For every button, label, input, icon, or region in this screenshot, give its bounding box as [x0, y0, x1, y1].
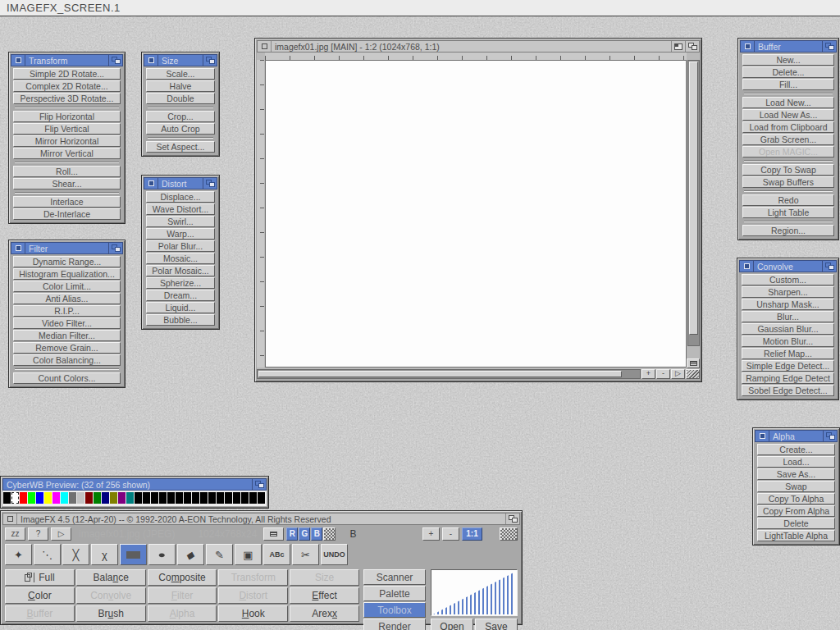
dream-button[interactable]: Dream... — [146, 290, 215, 301]
vertical-scroll-thumb[interactable] — [689, 62, 698, 335]
color-swatch[interactable] — [225, 492, 232, 504]
color-swatch[interactable] — [36, 492, 43, 504]
flip-horizontal-button[interactable]: Flip Horizontal — [13, 111, 121, 122]
redo-button[interactable]: Redo — [742, 194, 834, 206]
sobel-edge-detect-button[interactable]: Sobel Edge Detect... — [742, 385, 834, 396]
horizontal-scrollbar[interactable] — [257, 369, 641, 379]
box-tool-button[interactable] — [120, 544, 147, 565]
ramping-edge-detect-button[interactable]: Ramping Edge Detect — [742, 372, 834, 384]
convolve-titlebar[interactable]: Convolve — [739, 260, 837, 272]
zoom-in-gadget[interactable]: + — [641, 369, 655, 379]
horizontal-scroll-thumb[interactable] — [258, 371, 622, 377]
screen-titlebar[interactable]: IMAGEFX_SCREEN.1 — [0, 0, 840, 16]
palette-pattern-button[interactable] — [500, 527, 518, 541]
roll-button[interactable]: Roll... — [13, 166, 121, 177]
color-swatch[interactable] — [102, 492, 109, 504]
close-gadget-icon[interactable] — [3, 514, 17, 524]
count-colors-button[interactable]: Count Colors... — [13, 372, 121, 384]
delete-alpha-button[interactable]: Delete — [757, 518, 835, 529]
dot-tool-button[interactable]: ✦ — [5, 544, 32, 565]
motion-blur-button[interactable]: Motion Blur... — [742, 336, 834, 347]
resize-gadget-icon[interactable] — [686, 369, 700, 379]
video-filter-button[interactable]: Video Filter... — [13, 317, 121, 329]
warp-button[interactable]: Warp... — [146, 228, 215, 240]
screen-mode-gadget[interactable] — [687, 358, 700, 368]
color-swatch[interactable] — [126, 492, 134, 504]
halve-button[interactable]: Halve — [146, 80, 215, 92]
swirl-button[interactable]: Swirl... — [146, 216, 215, 227]
liquid-button[interactable]: Liquid... — [146, 302, 215, 313]
depth-gadget-icon[interactable] — [108, 243, 122, 253]
color-swatch[interactable] — [258, 492, 265, 504]
color-button[interactable]: Color — [5, 587, 75, 604]
load-new-button[interactable]: Load New... — [742, 97, 834, 108]
color-swatch[interactable] — [167, 492, 175, 504]
color-swatch[interactable] — [233, 492, 240, 504]
zoom-out-gadget[interactable]: - — [656, 369, 670, 379]
mosaic-button[interactable]: Mosaic... — [146, 253, 215, 264]
light-table-button[interactable]: Light Table — [742, 207, 834, 218]
depth-gadget-icon[interactable] — [505, 514, 519, 524]
simple-edge-detect-button[interactable]: Simple Edge Detect... — [742, 360, 834, 372]
save-button[interactable]: Save — [475, 619, 518, 630]
color-swatch[interactable] — [184, 492, 191, 504]
close-gadget-icon[interactable] — [11, 243, 25, 253]
close-gadget-icon[interactable] — [144, 55, 158, 66]
depth-gadget-icon[interactable] — [252, 479, 266, 490]
bubble-button[interactable]: Bubble... — [146, 314, 215, 326]
color-swatch[interactable] — [85, 492, 93, 504]
blue-channel-toggle[interactable]: B — [311, 527, 322, 541]
gaussian-blur-button[interactable]: Gaussian Blur... — [742, 323, 834, 335]
color-swatch[interactable] — [200, 492, 208, 504]
curve-tool-button[interactable]: χ — [91, 544, 118, 565]
color-swatch[interactable] — [176, 492, 183, 504]
size-titlebar[interactable]: Size — [144, 54, 217, 66]
color-swatch[interactable] — [52, 492, 60, 504]
load-button[interactable]: Load... — [757, 456, 835, 468]
run-script-button[interactable]: ▷ — [51, 527, 71, 541]
vertical-scrollbar[interactable] — [687, 60, 700, 346]
zoom-ratio-button[interactable]: 1:1 — [462, 527, 482, 541]
freehand-tool-button[interactable]: ✎ — [206, 544, 233, 565]
custom-button[interactable]: Custom... — [742, 274, 834, 285]
histogram-equalization-button[interactable]: Histogram Equalization... — [13, 268, 121, 280]
color-swatch[interactable] — [94, 492, 101, 504]
alpha-titlebar[interactable]: Alpha — [755, 430, 838, 442]
color-swatch[interactable] — [143, 492, 150, 504]
color-limit-button[interactable]: Color Limit... — [13, 281, 121, 292]
color-swatch[interactable] — [61, 492, 68, 504]
color-swatch[interactable] — [69, 492, 76, 504]
oval-tool-button[interactable]: ● — [148, 544, 176, 565]
load-new-as-button[interactable]: Load New As... — [742, 109, 834, 121]
depth-gadget-icon[interactable] — [203, 178, 217, 189]
color-swatch[interactable] — [208, 492, 216, 504]
simple-2d-rotate-button[interactable]: Simple 2D Rotate... — [13, 68, 121, 80]
color-swatch[interactable] — [44, 492, 52, 504]
color-swatch[interactable] — [3, 492, 11, 504]
perspective-3d-rotate-button[interactable]: Perspective 3D Rotate... — [13, 93, 121, 104]
load-from-clipboard-button[interactable]: Load from Clipboard — [742, 121, 834, 133]
cut-brush-tool-button[interactable]: ✂ — [292, 544, 319, 565]
dither-pattern-swatch[interactable] — [323, 527, 336, 541]
brush-button[interactable]: Brush — [76, 605, 146, 622]
red-channel-toggle[interactable]: R — [286, 527, 298, 541]
zoom-gadget-icon[interactable] — [671, 41, 685, 52]
main-window-titlebar[interactable]: imagefx01.jpg [MAIN] - 1:2 (1024x768, 1:… — [257, 40, 700, 52]
set-aspect-button[interactable]: Set Aspect... — [146, 141, 215, 153]
sleep-button[interactable]: zz — [5, 527, 25, 541]
polygon-tool-button[interactable]: ◆ — [177, 544, 204, 565]
polar-blur-button[interactable]: Polar Blur... — [146, 240, 215, 252]
full-button[interactable]: Full — [5, 569, 75, 586]
sharpen-button[interactable]: Sharpen... — [742, 286, 834, 298]
anti-alias-button[interactable]: Anti Alias... — [13, 293, 121, 304]
create-button[interactable]: Create... — [757, 444, 835, 455]
region-button[interactable]: Region... — [742, 225, 834, 236]
color-swatch[interactable] — [249, 492, 257, 504]
color-swatch[interactable] — [159, 492, 167, 504]
effect-button[interactable]: Effect — [290, 587, 359, 604]
swap-buffers-button[interactable]: Swap Buffers — [742, 176, 834, 188]
scanner-button[interactable]: Scanner — [363, 569, 426, 585]
composite-button[interactable]: Composite — [148, 569, 217, 586]
rip-button[interactable]: R.I.P... — [13, 305, 121, 317]
transform-titlebar[interactable]: Transform — [11, 54, 123, 66]
